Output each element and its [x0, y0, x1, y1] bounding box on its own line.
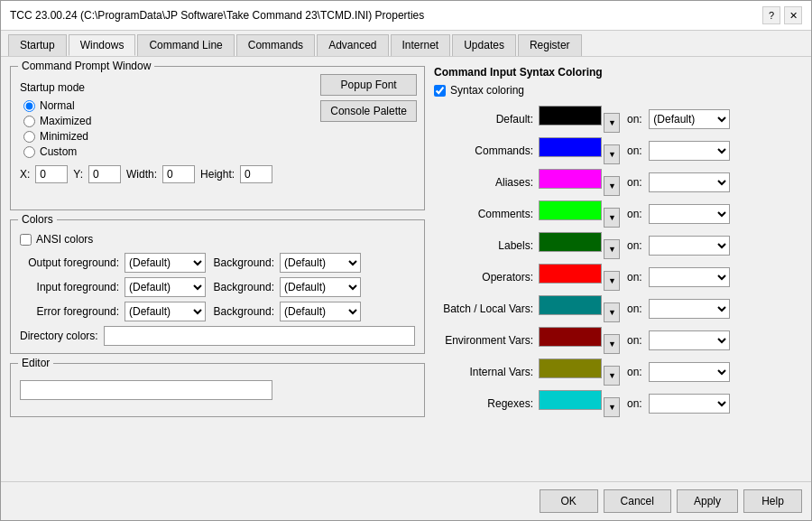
footer: OK Cancel Apply Help — [1, 481, 811, 520]
on-label-6: on: — [625, 302, 643, 315]
on-label-2: on: — [625, 176, 643, 189]
on-select-1[interactable] — [649, 141, 730, 161]
console-palette-button[interactable]: Console Palette — [320, 100, 417, 122]
output-fg-select[interactable]: (Default) — [125, 253, 206, 273]
xy-row: X: Y: Width: Height: — [20, 165, 415, 183]
color-chevron-7[interactable]: ▼ — [604, 334, 620, 354]
on-label-0: on: — [625, 113, 643, 126]
left-panel: Command Prompt Window Popup Font Console… — [10, 66, 425, 472]
syntax-row-2: Aliases: ▼ on: — [434, 169, 802, 196]
color-chevron-5[interactable]: ▼ — [604, 271, 620, 291]
syntax-label: Syntax coloring — [450, 84, 524, 97]
syntax-row-label-3: Comments: — [434, 208, 533, 220]
on-select-2[interactable] — [649, 172, 730, 192]
apply-button[interactable]: Apply — [677, 489, 738, 513]
syntax-row-1: Commands: ▼ on: — [434, 137, 802, 164]
tab-advanced[interactable]: Advanced — [317, 34, 388, 56]
color-chevron-4[interactable]: ▼ — [604, 239, 620, 259]
height-label: Height: — [200, 168, 235, 181]
color-swatch-container-7: ▼ — [539, 327, 620, 354]
error-bg-select[interactable]: (Default) — [280, 302, 361, 321]
on-select-9[interactable] — [649, 394, 730, 414]
tab-startup[interactable]: Startup — [8, 34, 67, 56]
tab-internet[interactable]: Internet — [391, 34, 451, 56]
ansi-check[interactable]: ANSI colors — [20, 233, 415, 246]
error-bg-label: Background: — [211, 305, 274, 318]
input-bg-select[interactable]: (Default) — [280, 277, 361, 297]
color-swatch-container-2: ▼ — [539, 169, 620, 196]
color-chevron-8[interactable]: ▼ — [604, 366, 620, 386]
syntax-row-6: Batch / Local Vars: ▼ on: — [434, 295, 802, 322]
tab-register[interactable]: Register — [518, 34, 582, 56]
y-input[interactable] — [88, 165, 121, 183]
ok-button[interactable]: OK — [540, 489, 598, 513]
on-select-5[interactable] — [649, 267, 730, 287]
on-select-3[interactable] — [649, 204, 730, 224]
y-label: Y: — [73, 168, 83, 181]
width-input[interactable] — [162, 165, 195, 183]
error-fg-label: Error foreground: — [20, 305, 119, 318]
color-swatch-1 — [539, 137, 602, 157]
input-fg-select[interactable]: (Default) — [125, 277, 206, 297]
color-swatch-container-3: ▼ — [539, 200, 620, 228]
output-fg-row: Output foreground: (Default) Background:… — [20, 253, 415, 273]
color-swatch-container-1: ▼ — [539, 137, 620, 164]
cancel-button[interactable]: Cancel — [604, 489, 671, 513]
x-label: X: — [20, 168, 30, 181]
x-input[interactable] — [35, 165, 68, 183]
command-prompt-group: Command Prompt Window Popup Font Console… — [10, 66, 425, 210]
content-area: Command Prompt Window Popup Font Console… — [1, 57, 811, 481]
tab-updates[interactable]: Updates — [452, 34, 516, 56]
syntax-row-3: Comments: ▼ on: — [434, 200, 802, 228]
output-bg-select[interactable]: (Default) — [280, 253, 361, 273]
on-select-6[interactable] — [649, 299, 730, 319]
editor-title: Editor — [18, 357, 53, 369]
color-swatch-container-4: ▼ — [539, 232, 620, 259]
syntax-row-9: Regexes: ▼ on: — [434, 390, 802, 417]
output-bg-label: Background: — [211, 256, 274, 269]
editor-input[interactable] — [20, 380, 272, 400]
syntax-row-label-8: Internal Vars: — [434, 366, 533, 378]
color-chevron-2[interactable]: ▼ — [604, 176, 620, 196]
input-fg-row: Input foreground: (Default) Background: … — [20, 277, 415, 297]
on-select-0[interactable]: (Default) — [649, 109, 730, 129]
on-select-4[interactable] — [649, 236, 730, 256]
color-chevron-6[interactable]: ▼ — [604, 302, 620, 322]
popup-font-button[interactable]: Popup Font — [320, 74, 417, 96]
syntax-check[interactable]: Syntax coloring — [434, 84, 802, 97]
on-select-7[interactable] — [649, 330, 730, 350]
height-input[interactable] — [240, 165, 272, 183]
syntax-row-label-4: Labels: — [434, 239, 533, 252]
color-swatch-5 — [539, 264, 602, 284]
syntax-row-7: Environment Vars: ▼ on: — [434, 327, 802, 354]
radio-custom[interactable]: Custom — [23, 145, 415, 158]
tab-commands[interactable]: Commands — [236, 34, 315, 56]
colors-section: ANSI colors Output foreground: (Default)… — [20, 233, 415, 346]
tab-windows[interactable]: Windows — [69, 34, 136, 56]
syntax-coloring-title: Command Input Syntax Coloring — [434, 66, 802, 79]
title-bar: TCC 23.00.24 (C:\ProgramData\JP Software… — [1, 1, 811, 31]
close-button[interactable]: ✕ — [784, 6, 802, 24]
syntax-checkbox[interactable] — [434, 85, 446, 97]
syntax-row-5: Operators: ▼ on: — [434, 264, 802, 291]
radio-minimized[interactable]: Minimized — [23, 130, 415, 143]
dir-input[interactable] — [104, 326, 415, 346]
help-footer-button[interactable]: Help — [743, 489, 802, 513]
dir-label: Directory colors: — [20, 330, 98, 342]
color-swatch-0 — [539, 106, 602, 126]
color-swatch-6 — [539, 295, 602, 315]
on-select-8[interactable] — [649, 362, 730, 382]
help-button[interactable]: ? — [762, 6, 780, 24]
on-label-4: on: — [625, 239, 643, 252]
error-fg-select[interactable]: (Default) — [125, 302, 206, 321]
syntax-row-4: Labels: ▼ on: — [434, 232, 802, 259]
color-chevron-9[interactable]: ▼ — [604, 397, 620, 417]
color-chevron-1[interactable]: ▼ — [604, 144, 620, 164]
syntax-row-label-9: Regexes: — [434, 397, 533, 410]
syntax-row-label-7: Environment Vars: — [434, 334, 533, 347]
ansi-checkbox[interactable] — [20, 234, 32, 246]
color-chevron-3[interactable]: ▼ — [604, 208, 620, 228]
color-chevron-0[interactable]: ▼ — [604, 113, 620, 133]
tab-command-line[interactable]: Command Line — [137, 34, 234, 56]
ansi-label: ANSI colors — [36, 233, 93, 246]
